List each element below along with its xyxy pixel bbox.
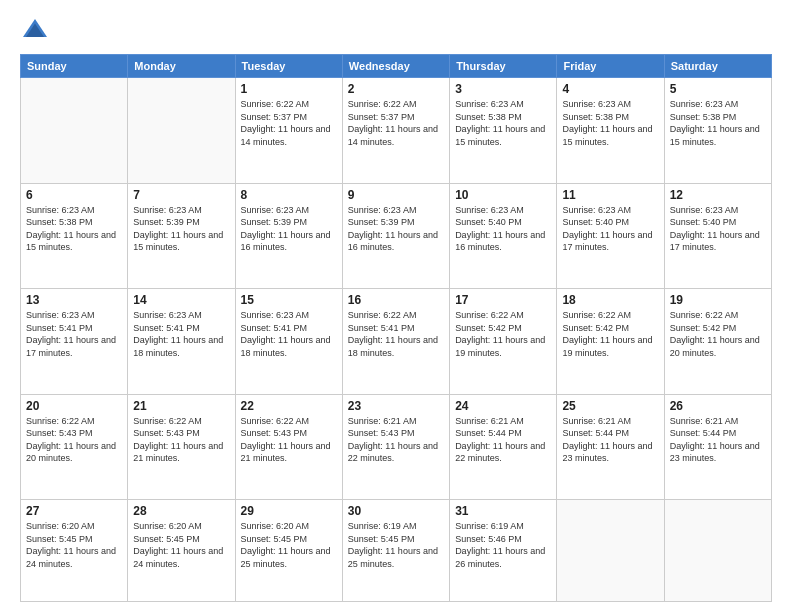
- calendar-cell: [21, 78, 128, 184]
- day-number: 31: [455, 504, 551, 518]
- day-number: 25: [562, 399, 658, 413]
- day-detail: Sunrise: 6:21 AM Sunset: 5:44 PM Dayligh…: [562, 415, 658, 465]
- calendar-day-header: Monday: [128, 55, 235, 78]
- logo: [20, 16, 54, 46]
- calendar-day-header: Thursday: [450, 55, 557, 78]
- calendar-cell: 13Sunrise: 6:23 AM Sunset: 5:41 PM Dayli…: [21, 289, 128, 395]
- day-detail: Sunrise: 6:20 AM Sunset: 5:45 PM Dayligh…: [133, 520, 229, 570]
- day-detail: Sunrise: 6:23 AM Sunset: 5:38 PM Dayligh…: [26, 204, 122, 254]
- day-number: 23: [348, 399, 444, 413]
- calendar-day-header: Tuesday: [235, 55, 342, 78]
- day-number: 8: [241, 188, 337, 202]
- day-detail: Sunrise: 6:19 AM Sunset: 5:46 PM Dayligh…: [455, 520, 551, 570]
- day-detail: Sunrise: 6:23 AM Sunset: 5:39 PM Dayligh…: [348, 204, 444, 254]
- day-detail: Sunrise: 6:23 AM Sunset: 5:40 PM Dayligh…: [670, 204, 766, 254]
- day-number: 3: [455, 82, 551, 96]
- calendar-cell: 12Sunrise: 6:23 AM Sunset: 5:40 PM Dayli…: [664, 183, 771, 289]
- calendar-cell: 26Sunrise: 6:21 AM Sunset: 5:44 PM Dayli…: [664, 394, 771, 500]
- calendar-table: SundayMondayTuesdayWednesdayThursdayFrid…: [20, 54, 772, 602]
- calendar-cell: 30Sunrise: 6:19 AM Sunset: 5:45 PM Dayli…: [342, 500, 449, 602]
- day-detail: Sunrise: 6:23 AM Sunset: 5:40 PM Dayligh…: [562, 204, 658, 254]
- calendar-cell: 2Sunrise: 6:22 AM Sunset: 5:37 PM Daylig…: [342, 78, 449, 184]
- day-detail: Sunrise: 6:23 AM Sunset: 5:40 PM Dayligh…: [455, 204, 551, 254]
- day-number: 29: [241, 504, 337, 518]
- calendar-cell: [128, 78, 235, 184]
- calendar-cell: [557, 500, 664, 602]
- day-detail: Sunrise: 6:22 AM Sunset: 5:42 PM Dayligh…: [562, 309, 658, 359]
- calendar-cell: [664, 500, 771, 602]
- calendar-cell: 29Sunrise: 6:20 AM Sunset: 5:45 PM Dayli…: [235, 500, 342, 602]
- calendar-week-row: 20Sunrise: 6:22 AM Sunset: 5:43 PM Dayli…: [21, 394, 772, 500]
- day-detail: Sunrise: 6:22 AM Sunset: 5:43 PM Dayligh…: [26, 415, 122, 465]
- day-number: 22: [241, 399, 337, 413]
- calendar-week-row: 1Sunrise: 6:22 AM Sunset: 5:37 PM Daylig…: [21, 78, 772, 184]
- calendar-cell: 21Sunrise: 6:22 AM Sunset: 5:43 PM Dayli…: [128, 394, 235, 500]
- day-number: 4: [562, 82, 658, 96]
- page: SundayMondayTuesdayWednesdayThursdayFrid…: [0, 0, 792, 612]
- day-number: 12: [670, 188, 766, 202]
- calendar-cell: 10Sunrise: 6:23 AM Sunset: 5:40 PM Dayli…: [450, 183, 557, 289]
- header: [20, 16, 772, 46]
- day-detail: Sunrise: 6:23 AM Sunset: 5:41 PM Dayligh…: [26, 309, 122, 359]
- day-number: 11: [562, 188, 658, 202]
- day-number: 1: [241, 82, 337, 96]
- logo-icon: [20, 16, 50, 46]
- day-number: 27: [26, 504, 122, 518]
- day-number: 5: [670, 82, 766, 96]
- calendar-day-header: Sunday: [21, 55, 128, 78]
- day-detail: Sunrise: 6:21 AM Sunset: 5:43 PM Dayligh…: [348, 415, 444, 465]
- day-number: 18: [562, 293, 658, 307]
- calendar-cell: 17Sunrise: 6:22 AM Sunset: 5:42 PM Dayli…: [450, 289, 557, 395]
- day-number: 15: [241, 293, 337, 307]
- day-detail: Sunrise: 6:22 AM Sunset: 5:43 PM Dayligh…: [241, 415, 337, 465]
- day-number: 14: [133, 293, 229, 307]
- calendar-cell: 5Sunrise: 6:23 AM Sunset: 5:38 PM Daylig…: [664, 78, 771, 184]
- day-number: 2: [348, 82, 444, 96]
- day-number: 6: [26, 188, 122, 202]
- day-detail: Sunrise: 6:23 AM Sunset: 5:39 PM Dayligh…: [133, 204, 229, 254]
- calendar-cell: 3Sunrise: 6:23 AM Sunset: 5:38 PM Daylig…: [450, 78, 557, 184]
- day-detail: Sunrise: 6:23 AM Sunset: 5:39 PM Dayligh…: [241, 204, 337, 254]
- calendar-cell: 8Sunrise: 6:23 AM Sunset: 5:39 PM Daylig…: [235, 183, 342, 289]
- day-number: 26: [670, 399, 766, 413]
- calendar-cell: 4Sunrise: 6:23 AM Sunset: 5:38 PM Daylig…: [557, 78, 664, 184]
- calendar-cell: 19Sunrise: 6:22 AM Sunset: 5:42 PM Dayli…: [664, 289, 771, 395]
- day-number: 20: [26, 399, 122, 413]
- calendar-week-row: 13Sunrise: 6:23 AM Sunset: 5:41 PM Dayli…: [21, 289, 772, 395]
- calendar-cell: 1Sunrise: 6:22 AM Sunset: 5:37 PM Daylig…: [235, 78, 342, 184]
- calendar-day-header: Friday: [557, 55, 664, 78]
- calendar-week-row: 27Sunrise: 6:20 AM Sunset: 5:45 PM Dayli…: [21, 500, 772, 602]
- day-detail: Sunrise: 6:21 AM Sunset: 5:44 PM Dayligh…: [670, 415, 766, 465]
- day-number: 10: [455, 188, 551, 202]
- calendar-cell: 31Sunrise: 6:19 AM Sunset: 5:46 PM Dayli…: [450, 500, 557, 602]
- calendar-cell: 15Sunrise: 6:23 AM Sunset: 5:41 PM Dayli…: [235, 289, 342, 395]
- calendar-cell: 11Sunrise: 6:23 AM Sunset: 5:40 PM Dayli…: [557, 183, 664, 289]
- calendar-cell: 22Sunrise: 6:22 AM Sunset: 5:43 PM Dayli…: [235, 394, 342, 500]
- calendar-cell: 9Sunrise: 6:23 AM Sunset: 5:39 PM Daylig…: [342, 183, 449, 289]
- calendar-cell: 28Sunrise: 6:20 AM Sunset: 5:45 PM Dayli…: [128, 500, 235, 602]
- calendar-header-row: SundayMondayTuesdayWednesdayThursdayFrid…: [21, 55, 772, 78]
- calendar-week-row: 6Sunrise: 6:23 AM Sunset: 5:38 PM Daylig…: [21, 183, 772, 289]
- day-number: 7: [133, 188, 229, 202]
- day-number: 19: [670, 293, 766, 307]
- calendar-cell: 7Sunrise: 6:23 AM Sunset: 5:39 PM Daylig…: [128, 183, 235, 289]
- calendar-cell: 20Sunrise: 6:22 AM Sunset: 5:43 PM Dayli…: [21, 394, 128, 500]
- day-number: 16: [348, 293, 444, 307]
- calendar-cell: 18Sunrise: 6:22 AM Sunset: 5:42 PM Dayli…: [557, 289, 664, 395]
- calendar-cell: 6Sunrise: 6:23 AM Sunset: 5:38 PM Daylig…: [21, 183, 128, 289]
- day-detail: Sunrise: 6:23 AM Sunset: 5:41 PM Dayligh…: [133, 309, 229, 359]
- day-number: 9: [348, 188, 444, 202]
- day-detail: Sunrise: 6:23 AM Sunset: 5:38 PM Dayligh…: [562, 98, 658, 148]
- calendar-cell: 23Sunrise: 6:21 AM Sunset: 5:43 PM Dayli…: [342, 394, 449, 500]
- day-detail: Sunrise: 6:23 AM Sunset: 5:41 PM Dayligh…: [241, 309, 337, 359]
- day-number: 13: [26, 293, 122, 307]
- day-number: 30: [348, 504, 444, 518]
- day-detail: Sunrise: 6:21 AM Sunset: 5:44 PM Dayligh…: [455, 415, 551, 465]
- day-detail: Sunrise: 6:22 AM Sunset: 5:41 PM Dayligh…: [348, 309, 444, 359]
- calendar-day-header: Wednesday: [342, 55, 449, 78]
- day-number: 21: [133, 399, 229, 413]
- day-number: 24: [455, 399, 551, 413]
- day-number: 28: [133, 504, 229, 518]
- day-detail: Sunrise: 6:22 AM Sunset: 5:42 PM Dayligh…: [455, 309, 551, 359]
- day-detail: Sunrise: 6:19 AM Sunset: 5:45 PM Dayligh…: [348, 520, 444, 570]
